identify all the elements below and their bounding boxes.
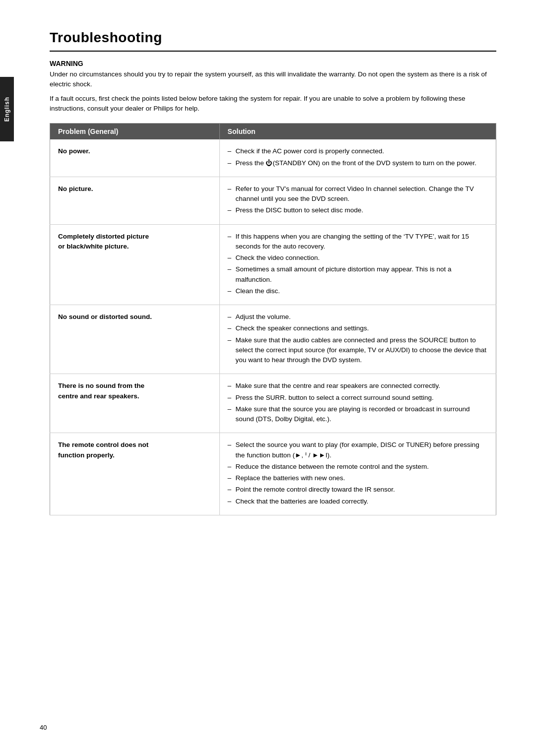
title-divider	[50, 51, 496, 52]
solution-item: Sometimes a small amount of picture dist…	[228, 264, 488, 285]
table-row: Completely distorted pictureor black/whi…	[50, 224, 496, 305]
solution-item: Press the SURR. button to select a corre…	[228, 393, 488, 403]
solution-cell: Select the source you want to play (for …	[219, 433, 496, 515]
table-row: No power.Check if the AC power cord is p…	[50, 139, 496, 177]
solution-item: Select the source you want to play (for …	[228, 440, 488, 460]
solution-list: Adjust the volume.Check the speaker conn…	[228, 312, 488, 365]
solution-cell: Refer to your TV’s manual for correct Vi…	[219, 177, 496, 224]
page-container: English Troubleshooting WARNING Under no…	[0, 0, 536, 756]
solution-item: Make sure that the audio cables are conn…	[228, 335, 488, 366]
solution-cell: Check if the AC power cord is properly c…	[219, 139, 496, 177]
solution-item: Replace the batteries with new ones.	[228, 473, 488, 483]
table-header-row: Problem (General) Solution	[50, 124, 496, 140]
solution-list: Make sure that the centre and rear speak…	[228, 381, 488, 424]
table-row: There is no sound from thecentre and rea…	[50, 374, 496, 433]
solution-list: If this happens when you are changing th…	[228, 232, 488, 297]
solution-item: If this happens when you are changing th…	[228, 232, 488, 252]
solution-item: Check that the batteries are loaded corr…	[228, 497, 488, 506]
solution-cell: Adjust the volume.Check the speaker conn…	[219, 305, 496, 374]
warning-label: WARNING	[50, 60, 496, 67]
solution-item: Reduce the distance between the remote c…	[228, 462, 488, 472]
solution-item: Check the speaker connections and settin…	[228, 323, 488, 333]
problem-cell: No sound or distorted sound.	[50, 305, 220, 374]
warning-text-2: If a fault occurs, first check the point…	[50, 94, 496, 115]
problem-cell: The remote control does notfunction prop…	[50, 433, 220, 515]
solution-list: Check if the AC power cord is properly c…	[228, 146, 488, 168]
solution-cell: If this happens when you are changing th…	[219, 224, 496, 305]
solution-item: Make sure that the source you are playin…	[228, 404, 488, 425]
problem-cell: Completely distorted pictureor black/whi…	[50, 224, 220, 305]
solution-item: Refer to your TV’s manual for correct Vi…	[228, 184, 488, 204]
solution-item: Make sure that the centre and rear speak…	[228, 381, 488, 391]
warning-text-1: Under no circumstances should you try to…	[50, 69, 496, 90]
solution-list: Refer to your TV’s manual for correct Vi…	[228, 184, 488, 216]
main-content: Troubleshooting WARNING Under no circums…	[50, 30, 496, 515]
troubleshooting-table: Problem (General) Solution No power.Chec…	[50, 123, 496, 515]
solution-item: Check the video connection.	[228, 253, 488, 263]
table-row: No picture.Refer to your TV’s manual for…	[50, 177, 496, 224]
page-number: 40	[40, 724, 47, 731]
solution-item: Point the remote control directly toward…	[228, 485, 488, 495]
table-row: The remote control does notfunction prop…	[50, 433, 496, 515]
table-row: No sound or distorted sound.Adjust the v…	[50, 305, 496, 374]
solution-item: Check if the AC power cord is properly c…	[228, 146, 488, 156]
solution-cell: Make sure that the centre and rear speak…	[219, 374, 496, 433]
solution-item: Press the ⏻(STANDBY ON) on the front of …	[228, 158, 488, 168]
page-title: Troubleshooting	[50, 30, 496, 46]
solution-item: Adjust the volume.	[228, 312, 488, 322]
sidebar-label: English	[3, 97, 10, 122]
warning-block: WARNING Under no circumstances should yo…	[50, 60, 496, 114]
solution-item: Clean the disc.	[228, 286, 488, 296]
solution-item: Press the DISC button to select disc mod…	[228, 205, 488, 215]
header-col1: Problem (General)	[50, 124, 220, 140]
problem-cell: There is no sound from thecentre and rea…	[50, 374, 220, 433]
header-col2: Solution	[219, 124, 496, 140]
sidebar-tab: English	[0, 77, 14, 141]
solution-list: Select the source you want to play (for …	[228, 440, 488, 506]
problem-cell: No picture.	[50, 177, 220, 224]
problem-cell: No power.	[50, 139, 220, 177]
